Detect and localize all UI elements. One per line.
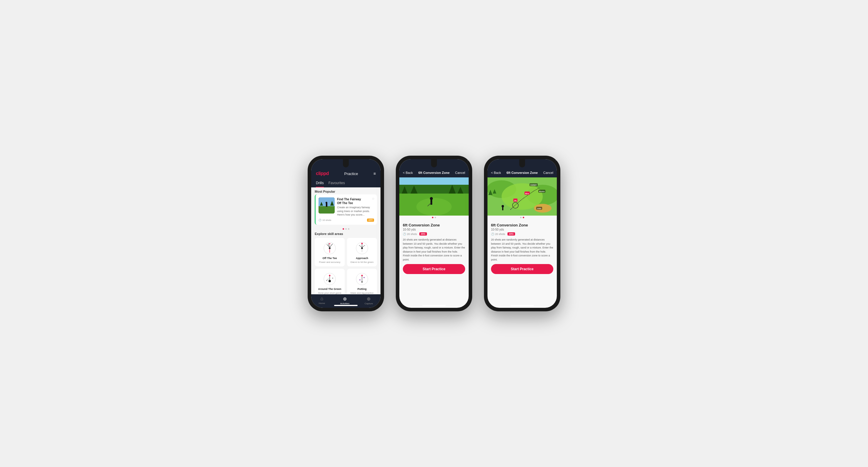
shots-info: 🕐 10 shots xyxy=(318,219,331,222)
phone1-screen: clippd Practice ≡ Drills Favourites Most… xyxy=(311,159,380,308)
card-drill-row: Find The Fairway Off The Tee Create an i… xyxy=(318,197,374,217)
drill-description-2: 20 shots are randomly generated at dista… xyxy=(403,238,465,262)
phone-3: < Back 6ft Conversion Zone Cancel xyxy=(484,156,560,311)
menu-icon[interactable]: ≡ xyxy=(373,171,376,176)
header-title: Practice xyxy=(344,171,358,176)
clock-icon: 🕐 xyxy=(318,219,321,222)
svg-point-40 xyxy=(416,198,452,215)
drill-thumbnail xyxy=(318,197,335,213)
arg-badge-3: ARG xyxy=(507,232,515,236)
skill-card-around-green[interactable]: Around The Green Hone your short game xyxy=(315,269,345,294)
card-info: Find The Fairway Off The Tee Create an i… xyxy=(337,197,374,217)
pagination-dots xyxy=(311,227,380,231)
featured-drill-card[interactable]: ☆ xyxy=(315,194,377,225)
off-tee-svg xyxy=(322,241,337,256)
svg-rect-5 xyxy=(326,203,327,207)
detail-title-row-3: 6ft Conversion Zone 10-50 yds ☆ xyxy=(491,223,553,231)
nav-home[interactable]: ⌂ Home xyxy=(319,296,325,305)
svg-text:Hit: Hit xyxy=(514,200,517,201)
home-indicator xyxy=(334,305,358,306)
detail-title-group-3: 6ft Conversion Zone 10-50 yds xyxy=(491,223,528,231)
detail-header-title: 6ft Conversion Zone xyxy=(418,171,450,174)
card-drill-subtitle: Off The Tee xyxy=(337,201,374,205)
golf-photo-svg xyxy=(399,177,469,215)
tab-drills[interactable]: Drills xyxy=(316,179,324,188)
tab-favourites[interactable]: Favourites xyxy=(329,179,345,188)
approach-svg xyxy=(355,241,369,256)
img-dot-2 xyxy=(435,217,436,218)
svg-text:Miss: Miss xyxy=(525,193,529,194)
dot-2 xyxy=(345,228,347,230)
svg-text:SAND: SAND xyxy=(537,208,541,209)
img-dot-1 xyxy=(432,217,433,218)
back-button-3[interactable]: < Back xyxy=(491,171,501,174)
svg-point-19 xyxy=(362,243,363,244)
image-dots-3 xyxy=(488,215,557,220)
image-dots-2 xyxy=(399,215,469,220)
golf-map-svg: Miss Hit FAIRWAY ROUGH SAND xyxy=(488,177,557,215)
shots-count-2: 🕐 20 shots xyxy=(403,233,417,236)
thumbnail-image xyxy=(318,197,335,213)
most-popular-label: Most Popular xyxy=(311,188,380,194)
around-green-desc: Hone your short game xyxy=(318,292,341,294)
approach-icon xyxy=(355,241,369,256)
capture-icon: ⊕ xyxy=(367,296,371,302)
svg-point-15 xyxy=(361,247,363,249)
start-practice-button-3[interactable]: Start Practice xyxy=(491,264,553,274)
svg-line-17 xyxy=(362,245,365,247)
cancel-button-3[interactable]: Cancel xyxy=(543,171,553,174)
home-icon: ⌂ xyxy=(320,296,323,301)
shots-label-3: 20 shots xyxy=(495,233,505,236)
skill-grid: Off The Tee Power and accuracy xyxy=(311,237,380,294)
svg-point-8 xyxy=(329,247,331,249)
drill-title-3: 6ft Conversion Zone xyxy=(491,223,528,227)
svg-point-22 xyxy=(329,280,331,282)
tabs-bar: Drills Favourites xyxy=(311,179,380,188)
phone3-detail-content: 6ft Conversion Zone 10-50 yds ☆ 🕐 20 sho… xyxy=(488,220,557,308)
home-label: Home xyxy=(319,302,325,305)
drill-image-photo xyxy=(399,177,469,215)
shots-count-3: 🕐 20 shots xyxy=(491,233,505,236)
clock-icon-3: 🕐 xyxy=(491,233,494,236)
star-icon[interactable]: ☆ xyxy=(372,197,375,201)
cancel-button[interactable]: Cancel xyxy=(455,171,465,174)
svg-point-31 xyxy=(360,279,361,280)
putting-desc: Make and lag practice xyxy=(350,292,373,294)
golf-illustration xyxy=(399,177,469,215)
skill-card-putting[interactable]: Putting Make and lag practice xyxy=(347,269,377,294)
svg-rect-41 xyxy=(431,199,432,205)
around-green-svg xyxy=(322,272,337,287)
back-button[interactable]: < Back xyxy=(403,171,413,174)
nav-capture[interactable]: ⊕ Capture xyxy=(365,296,373,305)
svg-point-42 xyxy=(430,197,433,200)
skill-card-approach[interactable]: Approach Dial-in to hit the green xyxy=(347,238,377,266)
svg-line-10 xyxy=(330,244,333,247)
drill-yardage: 10-50 yds xyxy=(403,228,440,231)
svg-point-13 xyxy=(329,243,330,244)
app-logo: clippd xyxy=(316,171,329,176)
around-green-icon xyxy=(322,272,337,287)
drill-description-3: 20 shots are randomly generated at dista… xyxy=(491,238,553,262)
phone2-detail-content: 6ft Conversion Zone 10-50 yds ☆ 🕐 20 sho… xyxy=(399,220,469,308)
arg-badge-2: ARG xyxy=(419,232,427,236)
thumbnail-svg xyxy=(318,197,335,213)
skill-card-off-tee[interactable]: Off The Tee Power and accuracy xyxy=(315,238,345,266)
svg-point-30 xyxy=(362,275,363,276)
golf-map: Miss Hit FAIRWAY ROUGH SAND xyxy=(488,177,557,215)
putting-svg xyxy=(355,272,369,287)
detail-title-group: 6ft Conversion Zone 10-50 yds xyxy=(403,223,440,231)
explore-label: Explore skill areas xyxy=(311,231,380,237)
shots-label-2: 20 shots xyxy=(407,233,417,236)
phone3-screen: < Back 6ft Conversion Zone Cancel xyxy=(488,159,557,308)
nav-activities[interactable]: ⊕ Activities xyxy=(340,296,350,305)
approach-name: Approach xyxy=(356,257,368,260)
img-dot-3-2 xyxy=(523,217,524,218)
off-tee-icon xyxy=(322,241,337,256)
img-dot-3-1 xyxy=(520,217,522,218)
putting-icon xyxy=(355,272,369,287)
phone-2: < Back 6ft Conversion Zone Cancel xyxy=(396,156,472,311)
svg-line-18 xyxy=(359,245,362,247)
shots-count: 10 shots xyxy=(322,219,331,222)
svg-point-26 xyxy=(332,277,333,279)
start-practice-button-2[interactable]: Start Practice xyxy=(403,264,465,274)
